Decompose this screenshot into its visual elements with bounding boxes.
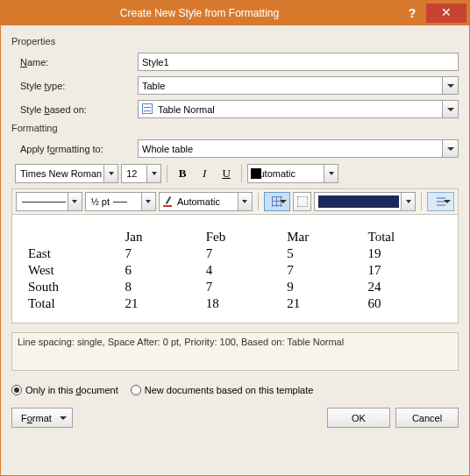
dialog-title: Create New Style from Formatting — [1, 7, 398, 19]
style-type-select[interactable]: Table — [138, 76, 459, 95]
ok-button[interactable]: OK — [327, 408, 390, 428]
font-size-select[interactable]: 12 — [121, 164, 161, 183]
table-cell: West — [25, 262, 121, 279]
based-on-row: Style based on: Table Normal — [20, 100, 459, 118]
table-row: West64717 — [25, 262, 445, 279]
table-cell: 7 — [121, 245, 202, 262]
table-header-cell — [25, 229, 121, 245]
table-cell: 7 — [203, 279, 283, 295]
no-border-icon — [297, 196, 308, 207]
dialog-create-style: Create New Style from Formatting ? ✕ Pro… — [0, 0, 470, 476]
preview-table: JanFebMarTotalEast77519West64717South879… — [25, 229, 445, 312]
table-cell: 7 — [203, 245, 283, 262]
fill-color-select[interactable] — [314, 192, 416, 211]
table-header-cell: Feb — [203, 229, 283, 245]
properties-section-label: Properties — [11, 36, 459, 46]
fill-swatch-icon — [318, 195, 399, 208]
pen-color-select[interactable]: Automatic — [159, 192, 253, 211]
font-family-value: Times New Roman — [20, 168, 102, 179]
preview-pane: JanFebMarTotalEast77519West64717South879… — [11, 215, 459, 323]
chevron-down-icon — [443, 200, 452, 203]
style-type-label: Style type: — [20, 81, 134, 91]
table-cell: 5 — [283, 245, 364, 262]
chevron-down-icon — [442, 77, 458, 94]
apply-to-label: Apply formatting to: — [20, 144, 134, 154]
chevron-down-icon — [279, 200, 288, 203]
table-icon — [142, 103, 153, 114]
separator — [241, 165, 242, 182]
chevron-down-icon — [401, 193, 415, 210]
scope-radios: Only in this document New documents base… — [11, 385, 459, 395]
font-color-select[interactable]: Automatic — [247, 164, 338, 183]
table-cell: 4 — [203, 262, 283, 279]
chevron-down-icon — [68, 193, 82, 210]
radio-new-documents[interactable]: New documents based on this template — [131, 385, 314, 395]
font-family-select[interactable]: Times New Roman — [15, 164, 118, 183]
based-on-select[interactable]: Table Normal — [138, 100, 459, 118]
alignment-button[interactable] — [427, 192, 454, 211]
chevron-down-icon — [238, 193, 252, 210]
table-cell: East — [25, 245, 121, 262]
font-size-value: 12 — [126, 168, 137, 179]
underline-button[interactable]: U — [217, 164, 236, 183]
table-cell: 21 — [283, 295, 364, 312]
line-style-select[interactable] — [16, 192, 82, 211]
separator — [421, 193, 422, 210]
style-description: Line spacing: single, Space After: 0 pt,… — [11, 332, 459, 371]
table-cell: Total — [25, 295, 121, 312]
table-cell: 18 — [203, 295, 283, 312]
table-cell: 6 — [121, 262, 202, 279]
italic-button[interactable]: I — [195, 164, 214, 183]
radio-unchecked-icon — [131, 385, 141, 395]
apply-to-select[interactable]: Whole table — [138, 139, 459, 158]
close-button[interactable]: ✕ — [426, 4, 466, 23]
border-toolbar: ½ pt Automatic — [11, 188, 459, 215]
radio-checked-icon — [11, 385, 22, 395]
line-sample-icon — [113, 202, 127, 202]
titlebar: Create New Style from Formatting ? ✕ — [1, 1, 469, 25]
line-style-icon — [22, 202, 66, 202]
borders-button[interactable] — [264, 192, 291, 211]
table-header-cell: Jan — [121, 229, 202, 245]
table-cell: 60 — [365, 295, 445, 312]
table-cell: 7 — [283, 262, 364, 279]
formatting-section-label: Formatting — [11, 123, 459, 133]
radio-only-this-document[interactable]: Only in this document — [11, 385, 118, 395]
style-type-value: Table — [142, 81, 165, 91]
separator — [167, 165, 167, 182]
table-row: East77519 — [25, 245, 445, 262]
help-button[interactable]: ? — [398, 6, 426, 20]
name-label: Name: — [20, 57, 134, 67]
pen-color-value: Automatic — [177, 196, 220, 207]
line-weight-select[interactable]: ½ pt — [85, 192, 156, 211]
table-header-cell: Total — [365, 229, 445, 245]
dialog-body: Properties Name: Style type: Table Style… — [1, 25, 469, 475]
table-cell: South — [25, 279, 121, 295]
line-weight-value: ½ pt — [91, 196, 110, 207]
chevron-down-icon — [442, 101, 458, 117]
table-cell: 8 — [121, 279, 202, 295]
no-border-button[interactable] — [293, 192, 311, 211]
table-row: Total21182160 — [25, 295, 445, 312]
pen-icon — [163, 196, 174, 207]
chevron-down-icon — [442, 140, 458, 157]
chevron-down-icon — [141, 193, 155, 210]
footer: Format OK Cancel — [11, 408, 459, 428]
apply-to-row: Apply formatting to: Whole table — [20, 139, 459, 158]
table-header-cell: Mar — [283, 229, 364, 245]
table-row: JanFebMarTotal — [25, 229, 445, 245]
table-cell: 24 — [365, 279, 445, 295]
name-input[interactable] — [138, 53, 459, 71]
bold-button[interactable]: B — [173, 164, 192, 183]
format-button[interactable]: Format — [11, 408, 73, 428]
color-swatch-icon — [251, 168, 261, 179]
table-cell: 17 — [365, 262, 445, 279]
style-type-row: Style type: Table — [20, 76, 459, 95]
cancel-button[interactable]: Cancel — [395, 408, 459, 428]
name-row: Name: — [20, 53, 459, 71]
based-on-label: Style based on: — [20, 104, 134, 115]
table-row: South87924 — [25, 279, 445, 295]
separator — [258, 193, 259, 210]
font-toolbar: Times New Roman 12 B I U Automatic — [15, 164, 459, 183]
based-on-value: Table Normal — [158, 104, 215, 115]
